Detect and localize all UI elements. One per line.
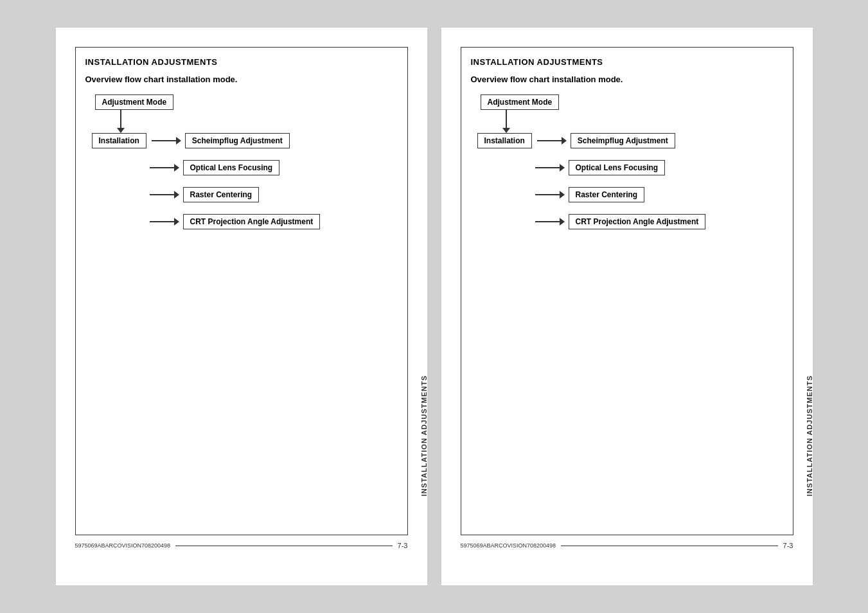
page-right-inner: INSTALLATION ADJUSTMENTS Overview flow c… (461, 47, 793, 535)
footer-right: 5975069ABARCOVISION708200498 7-3 (461, 542, 793, 549)
arrow-right-2-right (535, 164, 565, 172)
item-2-box-right: Raster Centering (569, 187, 645, 202)
pages-container: INSTALLATION ADJUSTMENTS Overview flow c… (55, 27, 813, 586)
adjustment-mode-box-left: Adjustment Mode (95, 94, 174, 110)
footer-page-left: 7-3 (398, 542, 408, 549)
sub-item-2-right: Raster Centering (535, 187, 783, 202)
page-right: INSTALLATION ADJUSTMENTS Overview flow c… (441, 27, 813, 586)
first-row-right: Installation Scheimpflug Adjustment (477, 133, 783, 148)
arrow-right-line-2-left (150, 167, 174, 168)
flowchart-title-left: Overview flow chart installation mode. (85, 75, 398, 84)
item-0-box-left: Scheimpflug Adjustment (185, 133, 290, 148)
sub-item-1-right: Optical Lens Focusing (535, 160, 783, 175)
arrow-down-line-right (506, 110, 507, 128)
item-1-box-left: Optical Lens Focusing (183, 160, 280, 175)
item-2-box-left: Raster Centering (183, 187, 260, 202)
arrow-down-head-left (117, 128, 125, 133)
flowchart-left: Adjustment Mode Installation Scheimpflug… (85, 94, 398, 229)
sub-item-1-left: Optical Lens Focusing (150, 160, 398, 175)
sub-item-3-left: CRT Projection Angle Adjustment (150, 214, 398, 229)
arrow-right-head-3-left (174, 191, 179, 199)
arrow-down-line-left (120, 110, 121, 128)
arrow-right-line-1-right (537, 140, 562, 141)
arrow-right-1-right (537, 137, 567, 145)
page-left: INSTALLATION ADJUSTMENTS Overview flow c… (55, 27, 428, 586)
arrow-right-line-3-left (150, 194, 174, 195)
arrow-right-3-right (535, 191, 565, 199)
arrow-right-head-3-right (560, 191, 565, 199)
sub-item-3-right: CRT Projection Angle Adjustment (535, 214, 783, 229)
footer-left: 5975069ABARCOVISION708200498 7-3 (75, 542, 408, 549)
footer-page-right: 7-3 (783, 542, 793, 549)
arrow-down-head-right (502, 128, 510, 133)
arrow-right-head-4-right (560, 218, 565, 226)
arrow-right-head-1-right (562, 137, 567, 145)
arrow-right-4-right (535, 218, 565, 226)
vertical-label-right: INSTALLATION ADJUSTMENTS (806, 375, 813, 496)
installation-box-left: Installation (92, 133, 146, 148)
footer-doc-id-left: 5975069ABARCOVISION708200498 (75, 542, 171, 549)
arrow-down-left (111, 110, 398, 133)
arrow-right-head-4-left (174, 218, 179, 226)
first-row-left: Installation Scheimpflug Adjustment (92, 133, 398, 148)
arrow-down-right (497, 110, 783, 133)
section-title-right: INSTALLATION ADJUSTMENTS (471, 57, 783, 67)
sub-item-2-left: Raster Centering (150, 187, 398, 202)
arrow-right-line-3-right (535, 194, 560, 195)
arrow-right-head-1-left (176, 137, 181, 145)
arrow-right-2-left (150, 164, 179, 172)
arrow-right-line-4-left (150, 221, 174, 222)
arrow-right-line-2-right (535, 167, 560, 168)
arrow-right-head-2-right (560, 164, 565, 172)
arrow-right-head-2-left (174, 164, 179, 172)
item-3-box-left: CRT Projection Angle Adjustment (183, 214, 321, 229)
arrow-right-3-left (150, 191, 179, 199)
footer-line-left (175, 546, 392, 546)
footer-line-right (561, 546, 777, 546)
section-title-left: INSTALLATION ADJUSTMENTS (85, 57, 398, 67)
arrow-right-1-left (152, 137, 181, 145)
vertical-label-left: INSTALLATION ADJUSTMENTS (420, 375, 428, 496)
item-0-box-right: Scheimpflug Adjustment (571, 133, 675, 148)
page-left-inner: INSTALLATION ADJUSTMENTS Overview flow c… (75, 47, 408, 535)
flowchart-right: Adjustment Mode Installation Scheimpflug… (471, 94, 783, 229)
item-1-box-right: Optical Lens Focusing (569, 160, 666, 175)
arrow-right-4-left (150, 218, 179, 226)
arrow-right-line-1-left (152, 140, 176, 141)
footer-doc-id-right: 5975069ABARCOVISION708200498 (461, 542, 556, 549)
arrow-right-line-4-right (535, 221, 560, 222)
installation-box-right: Installation (477, 133, 532, 148)
item-3-box-right: CRT Projection Angle Adjustment (569, 214, 706, 229)
flowchart-title-right: Overview flow chart installation mode. (471, 75, 783, 84)
adjustment-mode-box-right: Adjustment Mode (481, 94, 560, 110)
